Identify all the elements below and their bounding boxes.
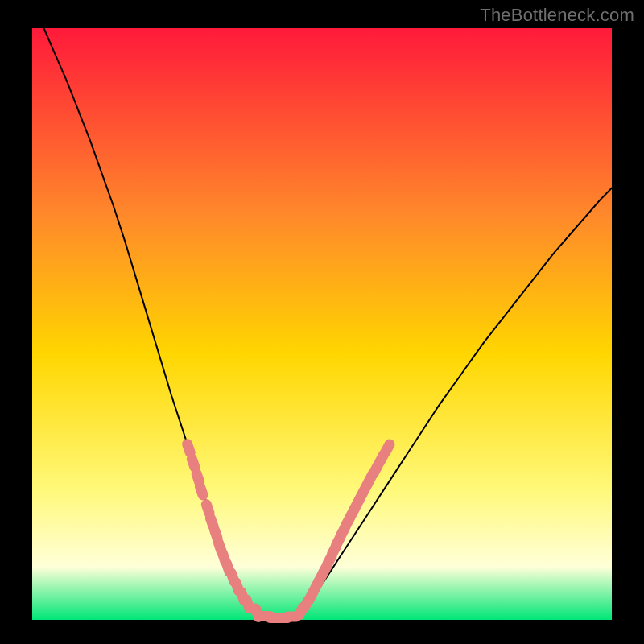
watermark-text: TheBottleneck.com bbox=[480, 5, 634, 26]
chart-stage: TheBottleneck.com bbox=[0, 0, 644, 644]
bottleneck-plot bbox=[0, 0, 644, 644]
plot-background bbox=[32, 28, 612, 620]
